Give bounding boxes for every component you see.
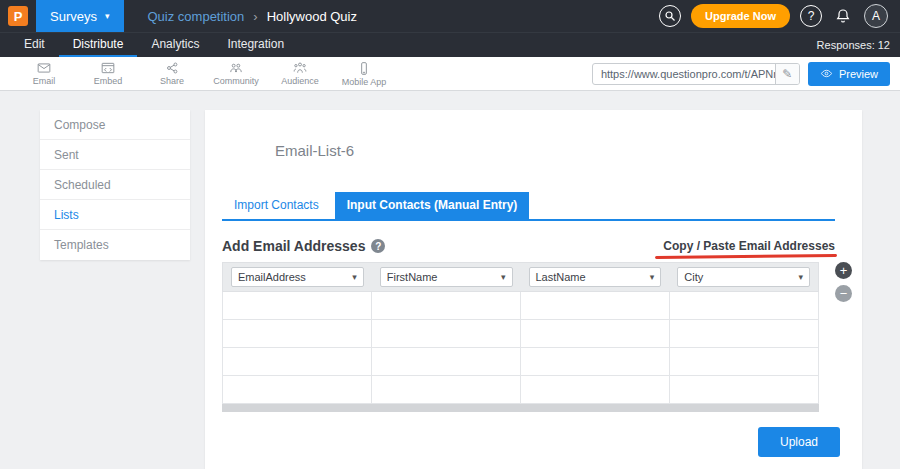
questionpro-logo: P <box>8 6 28 26</box>
chevron-down-icon: ▾ <box>650 272 655 282</box>
bell-icon <box>835 8 851 24</box>
sidebar-item-compose[interactable]: Compose <box>40 110 190 140</box>
table-cell[interactable] <box>670 376 819 403</box>
chevron-down-icon: ▾ <box>798 272 803 282</box>
column-select-label: LastName <box>536 271 586 283</box>
column-select-lastname[interactable]: LastName ▾ <box>529 267 662 287</box>
table-cell[interactable] <box>670 320 819 347</box>
share-icon <box>165 61 180 75</box>
responses-count[interactable]: Responses: 12 <box>817 33 890 57</box>
table-cell[interactable] <box>223 320 372 347</box>
table-cell[interactable] <box>521 376 670 403</box>
breadcrumb-current: Hollywood Quiz <box>267 9 357 24</box>
table-cell[interactable] <box>670 348 819 375</box>
tab-distribute[interactable]: Distribute <box>59 33 138 57</box>
table-cell[interactable] <box>521 320 670 347</box>
chevron-down-icon: ▾ <box>352 272 357 282</box>
contacts-tabs: Import Contacts Input Contacts (Manual E… <box>222 192 835 221</box>
toolbar-item-label: Audience <box>281 76 319 86</box>
surveys-label: Surveys <box>50 9 97 24</box>
edit-url-button[interactable]: ✎ <box>775 63 799 85</box>
table-cell[interactable] <box>372 292 521 319</box>
column-select-label: City <box>684 271 703 283</box>
tab-integration[interactable]: Integration <box>213 33 298 57</box>
avatar[interactable]: A <box>864 4 888 28</box>
help-button[interactable]: ? <box>800 5 822 27</box>
sidebar-item-scheduled[interactable]: Scheduled <box>40 170 190 200</box>
section-title-group: Add Email Addresses ? <box>222 238 385 254</box>
column-select-city[interactable]: City ▾ <box>677 267 810 287</box>
toolbar-item-embed[interactable]: Embed <box>76 57 140 91</box>
toolbar-item-audience[interactable]: Audience <box>268 57 332 91</box>
contacts-table: EmailAddress ▾ FirstName ▾ LastName <box>222 262 819 412</box>
table-cell[interactable] <box>521 292 670 319</box>
tab-input-contacts-manual-entry[interactable]: Input Contacts (Manual Entry) <box>335 192 530 219</box>
topbar-actions: Upgrade Now ? A <box>659 4 888 28</box>
tab-import-contacts[interactable]: Import Contacts <box>222 192 331 219</box>
table-cell[interactable] <box>521 348 670 375</box>
red-annotation-underline <box>655 254 837 259</box>
header-cell: City ▾ <box>669 267 818 287</box>
header-cell: LastName ▾ <box>521 267 670 287</box>
upload-button[interactable]: Upload <box>758 427 840 457</box>
community-icon <box>228 61 244 75</box>
question-icon: ? <box>808 9 815 23</box>
search-button[interactable] <box>659 5 681 27</box>
minus-icon: − <box>840 287 848 300</box>
remove-row-button[interactable]: − <box>835 285 852 302</box>
table-cell[interactable] <box>223 376 372 403</box>
sidebar-item-lists[interactable]: Lists <box>40 200 190 230</box>
table-row <box>222 376 819 404</box>
sidebar-item-templates[interactable]: Templates <box>40 230 190 260</box>
table-cell[interactable] <box>670 292 819 319</box>
add-row-button[interactable]: + <box>835 262 852 279</box>
row-controls: + − <box>835 262 852 302</box>
audience-icon <box>292 61 308 75</box>
horizontal-scrollbar[interactable] <box>222 404 819 412</box>
copy-paste-email-label: Copy / Paste Email Addresses <box>663 239 835 253</box>
toolbar-item-community[interactable]: Community <box>204 57 268 91</box>
survey-url-value[interactable]: https://www.questionpro.com/t/APNrfZ <box>593 68 775 80</box>
upgrade-now-button[interactable]: Upgrade Now <box>691 4 790 28</box>
survey-nav: Edit Distribute Analytics Integration Re… <box>0 32 900 57</box>
section-title: Add Email Addresses <box>222 238 365 254</box>
table-cell[interactable] <box>372 320 521 347</box>
preview-button[interactable]: Preview <box>808 62 890 86</box>
contacts-table-header: EmailAddress ▾ FirstName ▾ LastName <box>222 262 819 292</box>
notifications-button[interactable] <box>832 5 854 27</box>
breadcrumb-parent[interactable]: Quiz competition <box>148 9 245 24</box>
preview-label: Preview <box>839 68 878 80</box>
header-cell: FirstName ▾ <box>372 267 521 287</box>
distribute-toolbar: Email Embed Share Community Audience Mob… <box>0 57 900 91</box>
email-icon <box>36 61 52 75</box>
toolbar-item-share[interactable]: Share <box>140 57 204 91</box>
table-row <box>222 320 819 348</box>
plus-icon: + <box>840 264 848 277</box>
tab-analytics[interactable]: Analytics <box>137 33 213 57</box>
embed-icon <box>100 61 116 75</box>
table-cell[interactable] <box>223 292 372 319</box>
column-select-label: EmailAddress <box>238 271 306 283</box>
sidebar-item-sent[interactable]: Sent <box>40 140 190 170</box>
email-list-panel: Email-List-6 Import Contacts Input Conta… <box>205 110 862 469</box>
surveys-product-menu[interactable]: Surveys ▾ <box>36 0 124 32</box>
top-bar: P Surveys ▾ Quiz competition › Hollywood… <box>0 0 900 32</box>
table-cell[interactable] <box>372 376 521 403</box>
survey-url-box: https://www.questionpro.com/t/APNrfZ ✎ <box>592 63 800 85</box>
breadcrumb-separator: › <box>253 9 257 24</box>
mobile-app-icon <box>357 61 371 76</box>
tab-edit[interactable]: Edit <box>10 33 59 57</box>
toolbar-item-mobile-app[interactable]: Mobile App <box>332 57 396 91</box>
breadcrumb: Quiz competition › Hollywood Quiz <box>148 9 358 24</box>
chevron-down-icon: ▾ <box>501 272 506 282</box>
toolbar-item-label: Embed <box>94 76 123 86</box>
toolbar-item-email[interactable]: Email <box>12 57 76 91</box>
table-cell[interactable] <box>372 348 521 375</box>
copy-paste-email-link[interactable]: Copy / Paste Email Addresses <box>663 239 835 253</box>
column-select-firstname[interactable]: FirstName ▾ <box>380 267 513 287</box>
toolbar-item-label: Mobile App <box>342 77 387 87</box>
help-icon[interactable]: ? <box>371 239 385 253</box>
table-cell[interactable] <box>223 348 372 375</box>
column-select-emailaddress[interactable]: EmailAddress ▾ <box>231 267 364 287</box>
table-row <box>222 348 819 376</box>
